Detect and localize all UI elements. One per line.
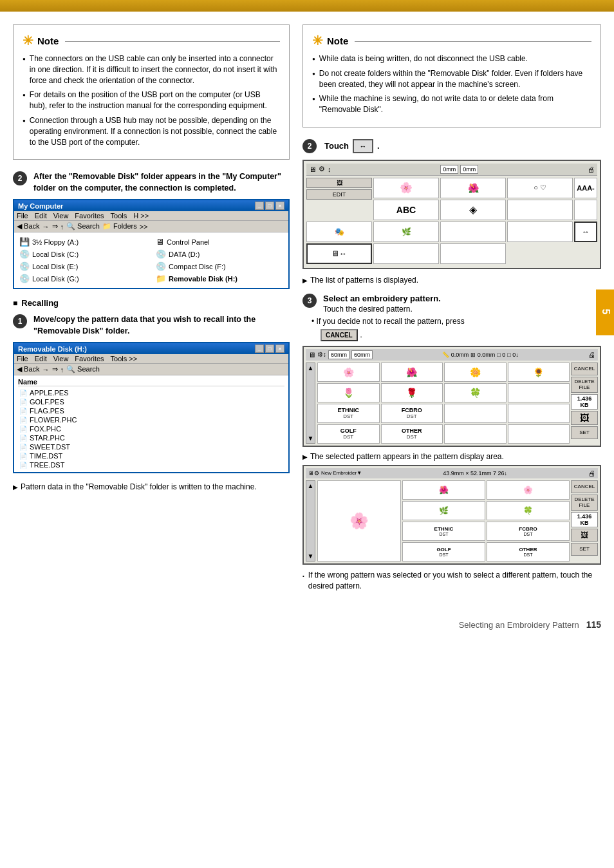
pattern-fcbro[interactable]: FCBRO DST: [381, 404, 443, 423]
left-scroll[interactable]: ▲ ▼: [306, 363, 315, 444]
p2-flower3[interactable]: 🌿: [402, 501, 485, 520]
rd-forward[interactable]: →: [42, 366, 50, 373]
nav-up[interactable]: ⇒: [52, 222, 58, 231]
rd-file-star[interactable]: 📄STAR.PHC: [18, 433, 284, 442]
pattern-cell-circle[interactable]: ○ ♡: [507, 178, 573, 198]
top-bar: [0, 0, 614, 12]
rd-menu-file[interactable]: File: [17, 355, 28, 363]
p2-delete-btn[interactable]: DELETEFILE: [571, 495, 598, 511]
rd-close[interactable]: ×: [275, 344, 284, 353]
rd-file-apple[interactable]: 📄APPLE.PES: [18, 388, 284, 397]
menu-edit[interactable]: Edit: [35, 212, 47, 220]
rd-file-golf[interactable]: 📄GOLF.PES: [18, 397, 284, 406]
pattern-cell-diamond[interactable]: ◈: [440, 200, 506, 220]
pattern-ethnic[interactable]: ETHNIC DST: [317, 404, 380, 423]
file-data-d[interactable]: 💿 DATA (D:): [154, 249, 284, 259]
pattern-flower3[interactable]: 🌼: [444, 363, 507, 382]
pattern-cell-flowers[interactable]: 🌸: [373, 178, 439, 198]
p2-ethnic2[interactable]: ETHNIC DST: [402, 522, 485, 541]
pattern-cell-hearts[interactable]: 🌺: [440, 178, 506, 198]
search-btn[interactable]: 🔍 Search: [66, 222, 100, 231]
file-local-g[interactable]: 💿 Local Disk (G:): [18, 273, 148, 284]
rd-file-time[interactable]: 📄TIME.DST: [18, 451, 284, 460]
rd-up1[interactable]: ⇒: [52, 365, 58, 373]
pattern-cell-icon4[interactable]: 🌿: [373, 222, 439, 242]
menu-tools[interactable]: Tools: [111, 212, 127, 220]
pattern-flower4[interactable]: 🌻: [508, 363, 570, 382]
win-close[interactable]: ×: [275, 202, 284, 210]
file-floppy[interactable]: 💾 3½ Floppy (A:): [18, 236, 148, 247]
p2-flower2[interactable]: 🌸: [487, 480, 570, 500]
p2-flower4[interactable]: 🍀: [487, 501, 570, 520]
nav-back[interactable]: ◀ Back: [17, 222, 40, 231]
nav-forward[interactable]: →: [42, 223, 50, 231]
p2-icon-btn[interactable]: 🖼: [571, 529, 598, 542]
p2-preview[interactable]: 🌸: [317, 480, 401, 561]
p2-other2[interactable]: OTHER DST: [487, 542, 570, 561]
pattern-cell-aaa[interactable]: AAA-: [574, 178, 597, 198]
folders-btn[interactable]: 📁 Folders: [102, 222, 137, 231]
menu-favorites[interactable]: Favorites: [75, 212, 104, 220]
delete-file-btn[interactable]: DELETEFILE: [571, 377, 598, 393]
pattern-flower2[interactable]: 🌺: [381, 363, 443, 382]
removable-disk-menubar: File Edit View Favorites Tools >>: [14, 354, 288, 364]
rd-menu-edit[interactable]: Edit: [35, 355, 47, 363]
pattern-flower1[interactable]: 🌸: [317, 363, 380, 382]
file-local-e[interactable]: 💿 Local Disk (E:): [18, 261, 148, 272]
pattern-other[interactable]: OTHER DST: [381, 424, 443, 444]
rd-menu-favorites[interactable]: Favorites: [75, 355, 104, 363]
select-pattern-header: Select an embroidery pattern.: [323, 294, 441, 303]
win-minimize[interactable]: _: [255, 202, 264, 210]
pattern-golf[interactable]: GOLF DST: [317, 424, 380, 444]
rd-file-tree[interactable]: 📄TREE.DST: [18, 460, 284, 469]
note-item-2-3: While the machine is sewing, do not writ…: [312, 93, 591, 115]
file-local-c[interactable]: 💿 Local Disk (C:): [18, 249, 148, 259]
p2-folder-grid: 🌺 🌸 🌿 🍀 ETHNIC DST FCBRO DST: [402, 480, 570, 561]
p2-golf2[interactable]: GOLF DST: [402, 542, 485, 561]
pattern-cell-blank6: [440, 243, 506, 264]
note-star-icon-2: ✳: [312, 33, 323, 48]
set-btn[interactable]: SET: [571, 426, 598, 439]
pattern-cell-abc[interactable]: ABC: [373, 200, 439, 220]
rd-back[interactable]: ◀ Back: [17, 365, 40, 373]
p2-flower1[interactable]: 🌺: [402, 480, 485, 500]
pattern-flower5[interactable]: 🌷: [317, 383, 380, 402]
pattern-cell-usb1[interactable]: ↔: [574, 222, 597, 242]
rd-menu-view[interactable]: View: [53, 355, 69, 363]
rd-maximize[interactable]: □: [265, 344, 274, 353]
rd-file-flower[interactable]: 📄FLOWER.PHC: [18, 415, 284, 424]
rd-minimize[interactable]: _: [255, 344, 264, 353]
rd-up2[interactable]: ↑: [60, 366, 64, 373]
photo-btn[interactable]: 🖼: [306, 178, 372, 188]
rd-file-fox[interactable]: 📄FOX.PHC: [18, 424, 284, 433]
pattern-flower8: [508, 383, 570, 402]
p2-set-btn[interactable]: SET: [571, 543, 598, 556]
p2-cancel-btn[interactable]: CANCEL: [571, 480, 598, 493]
pattern-cell-icon3[interactable]: 🎭: [306, 222, 372, 242]
more-btn[interactable]: >>: [140, 223, 148, 231]
rd-file-sweet[interactable]: 📄SWEET.DST: [18, 442, 284, 451]
file-compact-f[interactable]: 💿 Compact Disc (F:): [154, 261, 284, 272]
icon-btn[interactable]: 🖼: [571, 411, 598, 425]
touch-desired-text: Touch the desired pattern.: [323, 305, 441, 314]
menu-file[interactable]: File: [17, 212, 28, 220]
rd-menu-tools[interactable]: Tools >>: [111, 355, 138, 363]
menu-help[interactable]: H >>: [133, 212, 149, 220]
menu-view[interactable]: View: [53, 212, 69, 220]
rd-search[interactable]: 🔍 Search: [66, 365, 100, 373]
pattern-cell-usb2[interactable]: 🖥↔: [306, 243, 372, 264]
file-control-panel[interactable]: 🖥 Control Panel: [154, 236, 284, 247]
win-maximize[interactable]: □: [265, 202, 274, 210]
pattern-flower7[interactable]: 🍀: [444, 383, 507, 402]
edit-btn[interactable]: EDIT: [306, 189, 372, 200]
cancel-button[interactable]: CANCEL: [321, 329, 358, 341]
cancel-side-btn[interactable]: CANCEL: [571, 363, 598, 375]
p2-fcbro2[interactable]: FCBRO DST: [487, 522, 570, 541]
pattern-flower6[interactable]: 🌹: [381, 383, 443, 402]
pattern-cell-blank2: [574, 200, 597, 220]
nav-parent[interactable]: ↑: [60, 223, 64, 231]
p2-left-scroll[interactable]: ▲▼: [306, 480, 315, 561]
rd-file-flag[interactable]: 📄FLAG.PES: [18, 406, 284, 415]
file-removable-h[interactable]: 📁 Removable Disk (H:): [154, 273, 284, 284]
touch-button-img[interactable]: ↔: [353, 139, 373, 153]
